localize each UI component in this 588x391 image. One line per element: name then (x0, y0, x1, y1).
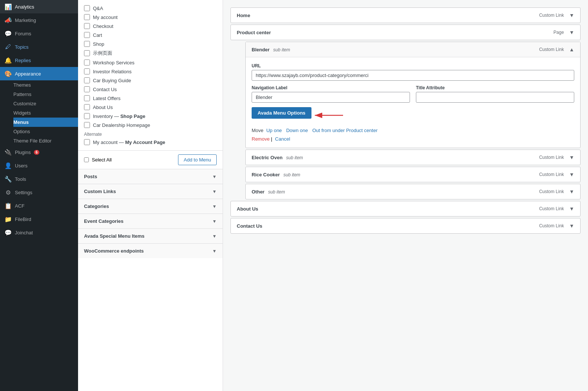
move-row: Move Up one Down one Out from under Prod… (252, 128, 574, 133)
sidebar-item-label: Analytics (15, 4, 34, 10)
menu-item-rice-cooker: Rice Cooker sub item Custom Link ▼ (245, 167, 581, 182)
move-up-one-link[interactable]: Up one (266, 128, 282, 133)
sidebar-item-options[interactable]: Options (13, 127, 78, 136)
list-item: My account — My Account Page (84, 138, 217, 147)
nav-label-label: Navigation Label (252, 85, 410, 90)
sidebar-item-theme-file-editor[interactable]: Theme File Editor (13, 136, 78, 145)
investor-checkbox[interactable] (84, 68, 90, 74)
accordion-woocommerce: WooCommerce endpoints ▼ (78, 243, 223, 258)
red-arrow (313, 111, 343, 120)
menu-item-product-center-header[interactable]: Product center Page ▼ (231, 25, 580, 40)
latest-offers-checkbox[interactable] (84, 95, 90, 101)
list-item: Q&A (84, 4, 217, 13)
other-title: Other (252, 189, 265, 195)
sidebar-item-plugins[interactable]: 🔌 Plugins 6 (0, 145, 78, 159)
car-buying-checkbox[interactable] (84, 77, 90, 83)
contact-us-title-area: Contact Us (237, 223, 262, 229)
accordion-posts-header[interactable]: Posts ▼ (78, 169, 223, 184)
avada-menu-options-button[interactable]: Avada Menu Options (252, 107, 311, 119)
electric-oven-title-area: Electric Oven sub item (252, 155, 303, 160)
electric-oven-right: Custom Link ▼ (539, 154, 574, 160)
filebird-icon: 📁 (4, 215, 12, 223)
customize-label: Customize (13, 101, 36, 106)
sidebar-item-customize[interactable]: Customize (13, 99, 78, 108)
workshop-label: Workshop Services (93, 60, 135, 65)
remove-link[interactable]: Remove (252, 136, 269, 142)
inventory-checkbox[interactable] (84, 113, 90, 119)
accordion-custom-links-label: Custom Links (84, 189, 116, 194)
blender-header[interactable]: Blender sub item Custom Link ▲ (246, 42, 580, 57)
car-dealership-checkbox[interactable] (84, 122, 90, 128)
sidebar-item-topics[interactable]: 🖊 Topics (0, 40, 78, 54)
sidebar-item-appearance[interactable]: 🎨 Appearance (0, 67, 78, 80)
rice-cooker-header[interactable]: Rice Cooker sub item Custom Link ▼ (246, 167, 580, 182)
url-input[interactable] (252, 70, 574, 81)
move-down-one-link[interactable]: Down one (286, 128, 308, 133)
accordion-event-categories-header[interactable]: Event Categories ▼ (78, 214, 223, 228)
contact-us-header[interactable]: Contact Us Custom Link ▼ (231, 218, 580, 233)
shop-checkbox[interactable] (84, 41, 90, 47)
add-to-menu-button[interactable]: Add to Menu (178, 154, 217, 165)
other-subtitle: sub item (268, 189, 285, 195)
list-item: Car Buying Guide (84, 76, 217, 85)
qa-checkbox[interactable] (84, 5, 90, 11)
sidebar-item-label: ACF (15, 203, 25, 209)
other-header[interactable]: Other sub item Custom Link ▼ (246, 184, 580, 199)
about-us-title: About Us (237, 206, 258, 212)
cart-checkbox[interactable] (84, 32, 90, 38)
sidebar-item-filebird[interactable]: 📁 FileBird (0, 212, 78, 226)
sidebar-item-forums[interactable]: 💬 Forums (0, 27, 78, 40)
move-out-link[interactable]: Out from under Product center (312, 128, 378, 133)
blender-subtitle: sub item (273, 47, 290, 52)
sidebar-item-analytics[interactable]: 📊 Analytics (0, 0, 78, 13)
sidebar-item-settings[interactable]: ⚙ Settings (0, 186, 78, 199)
sidebar-item-marketing[interactable]: 📣 Marketing (0, 13, 78, 27)
cart-label: Cart (93, 32, 102, 38)
list-item: My account (84, 13, 217, 22)
nav-label-input[interactable] (252, 92, 410, 103)
accordion-custom-links-header[interactable]: Custom Links ▼ (78, 184, 223, 199)
accordion-avada-special-header[interactable]: Avada Special Menu Items ▼ (78, 229, 223, 243)
joinchat-icon: 💬 (4, 229, 12, 236)
sidebar-item-widgets[interactable]: Widgets (13, 108, 78, 118)
about-us-right: Custom Link ▼ (539, 206, 574, 212)
sidebar-item-replies[interactable]: 🔔 Replies (0, 54, 78, 67)
pages-list: Q&A My account Checkout Cart Shop 示例页面 (78, 0, 223, 150)
title-attr-input[interactable] (416, 92, 574, 103)
accordion-categories-header[interactable]: Categories ▼ (78, 199, 223, 214)
chevron-down-icon: ▼ (212, 204, 217, 209)
select-all-checkbox[interactable] (84, 157, 89, 162)
separator: | (271, 136, 274, 142)
url-row: URL (252, 63, 574, 81)
chevron-down-icon: ▼ (569, 29, 574, 35)
menu-item-blender: Blender sub item Custom Link ▲ URL (245, 42, 581, 148)
my-account-alt-checkbox[interactable] (84, 139, 90, 145)
about-us-checkbox[interactable] (84, 104, 90, 110)
about-us-header[interactable]: About Us Custom Link ▼ (231, 201, 580, 216)
options-label: Options (13, 129, 30, 134)
sidebar-item-users[interactable]: 👤 Users (0, 159, 78, 172)
sidebar-item-acf[interactable]: 📋 ACF (0, 199, 78, 212)
accordion-woocommerce-header[interactable]: WooCommerce endpoints ▼ (78, 244, 223, 258)
chevron-down-icon: ▼ (212, 219, 217, 224)
checkout-checkbox[interactable] (84, 23, 90, 29)
contact-us-checkbox[interactable] (84, 86, 90, 92)
menu-item-about-us: About Us Custom Link ▼ (230, 201, 581, 217)
list-item: 示例页面 (84, 48, 217, 58)
sidebar-item-themes[interactable]: Themes (13, 80, 78, 90)
sidebar-item-label: Joinchat (15, 230, 33, 235)
nav-title-row: Navigation Label Title Attribute (252, 85, 574, 103)
sidebar-item-joinchat[interactable]: 💬 Joinchat (0, 226, 78, 239)
sidebar-item-menus[interactable]: Menus (13, 118, 78, 127)
accordion-avada-special: Avada Special Menu Items ▼ (78, 228, 223, 243)
menu-item-home-header[interactable]: Home Custom Link ▼ (231, 8, 580, 23)
workshop-checkbox[interactable] (84, 60, 90, 65)
sidebar-item-label: Tools (15, 176, 26, 182)
sidebar-item-patterns[interactable]: Patterns (13, 90, 78, 99)
qa-label: Q&A (93, 6, 103, 11)
sidebar-item-tools[interactable]: 🔧 Tools (0, 172, 78, 186)
my-account-checkbox[interactable] (84, 14, 90, 20)
example-checkbox[interactable] (84, 50, 90, 56)
electric-oven-header[interactable]: Electric Oven sub item Custom Link ▼ (246, 150, 580, 165)
cancel-link[interactable]: Cancel (275, 136, 290, 142)
